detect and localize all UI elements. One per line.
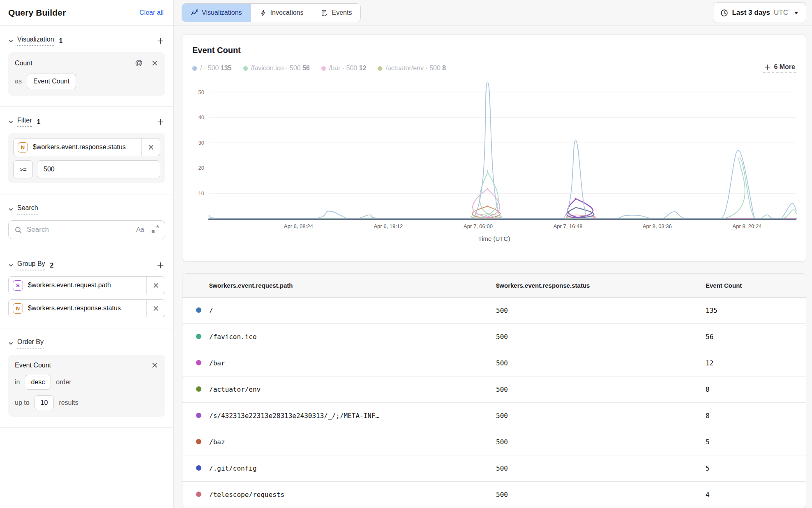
series-dot — [196, 386, 201, 392]
legend-dot — [192, 66, 197, 71]
series-dot — [196, 334, 201, 339]
filter-field-name: $workers.event.response.status — [33, 143, 141, 151]
y-tick-label: 20 — [198, 165, 204, 171]
sidebar-header: Query Builder Clear all — [0, 0, 174, 25]
chevron-down-icon[interactable] — [8, 38, 14, 44]
chevron-down-icon[interactable] — [8, 119, 14, 125]
order-by-section: Order By Event Count in desc order up to… — [0, 328, 173, 428]
chevron-down-icon[interactable] — [8, 207, 14, 212]
filter-section-label[interactable]: Filter — [17, 117, 32, 127]
chart-legend: / · 500 135/favicon.ico · 500 56/bar · 5… — [192, 63, 796, 73]
chevron-down-icon[interactable] — [8, 341, 14, 346]
legend-more-button[interactable]: 6 More — [763, 63, 796, 73]
remove-group-by-button[interactable] — [147, 277, 165, 294]
visualization-section-label[interactable]: Visualization — [17, 36, 54, 46]
group-by-count: 2 — [50, 262, 54, 269]
view-tabs: VisualizationsInvocationsEvents — [182, 3, 361, 22]
count-cell: 56 — [706, 333, 806, 341]
filter-value-input[interactable]: 500 — [37, 160, 160, 178]
path-cell: /favicon.ico — [209, 333, 496, 341]
status-cell: 500 — [496, 333, 706, 341]
group-by-section: Group By 2 S$workers.event.request.pathN… — [0, 250, 173, 328]
series-dot — [196, 360, 201, 365]
remove-visualization-button[interactable] — [151, 59, 159, 67]
search-input[interactable]: Search Aa * — [8, 220, 165, 239]
order-by-card: Event Count in desc order up to 10 resul… — [8, 355, 165, 417]
series-dot-cell — [196, 465, 209, 472]
series-dot — [196, 492, 201, 497]
search-section-label[interactable]: Search — [17, 204, 38, 215]
tab-label: Visualizations — [202, 9, 242, 16]
add-filter-button[interactable] — [156, 117, 165, 127]
add-visualization-button[interactable] — [156, 36, 165, 46]
chart-title: Event Count — [192, 46, 796, 55]
time-range-button[interactable]: Last 3 days UTC — [713, 2, 806, 23]
close-icon — [153, 282, 159, 289]
chevron-down-icon[interactable] — [8, 263, 14, 268]
path-cell: /telescope/requests — [209, 491, 496, 499]
x-tick-label: Apr 6, 08:24 — [284, 223, 313, 229]
legend-label: /bar · 500 12 — [329, 65, 367, 72]
count-cell: 8 — [706, 386, 806, 393]
search-section: Search Search Aa * — [0, 194, 173, 250]
series-dot-cell — [196, 360, 209, 367]
column-header: $workers.event.request.path — [209, 282, 496, 289]
as-label: as — [15, 78, 22, 85]
series-dot-cell — [196, 412, 209, 420]
clear-all-button[interactable]: Clear all — [139, 9, 164, 16]
series-dot-cell — [196, 491, 209, 499]
top-bar: Query Builder Clear all VisualizationsIn… — [0, 0, 812, 26]
series-dot-cell — [196, 333, 209, 341]
path-cell: / — [209, 307, 496, 314]
at-sign-icon[interactable]: @ — [135, 59, 143, 67]
visualization-alias-input[interactable]: Event Count — [27, 74, 76, 89]
table-body: /500135/favicon.ico50056/bar50012/actuat… — [182, 298, 806, 508]
group-by-field[interactable]: S$workers.event.request.path — [8, 276, 165, 294]
series-dot — [196, 465, 201, 471]
regex-toggle[interactable]: * — [151, 226, 159, 234]
remove-order-by-button[interactable] — [151, 361, 159, 369]
table-header-row: $workers.event.request.path$workers.even… — [182, 274, 806, 298]
filter-field[interactable]: N $workers.event.response.status — [13, 138, 160, 156]
series-line — [209, 206, 796, 219]
status-cell: 500 — [496, 359, 706, 367]
group-by-section-label[interactable]: Group By — [17, 260, 45, 270]
path-cell: /s/432313e22313e28313e2430313/_/;/META-I… — [209, 412, 496, 420]
chart-card: Event Count / · 500 135/favicon.ico · 50… — [182, 35, 806, 262]
y-tick-label: 40 — [198, 114, 204, 120]
visualization-function: Count — [15, 60, 135, 67]
table-row: /favicon.ico50056 — [182, 324, 806, 350]
filter-operator-select[interactable]: >= — [13, 160, 33, 178]
tab-events[interactable]: Events — [312, 4, 360, 22]
legend-more-label: 6 More — [774, 63, 795, 71]
order-by-section-label[interactable]: Order By — [17, 338, 44, 349]
group-by-field[interactable]: N$workers.event.response.status — [8, 299, 165, 317]
remove-filter-button[interactable] — [142, 139, 160, 156]
table-row: /bar50012 — [182, 350, 806, 376]
status-cell: 500 — [496, 464, 706, 472]
legend-dot — [378, 66, 382, 71]
count-cell: 4 — [706, 491, 806, 499]
main-content: Event Count / · 500 135/favicon.ico · 50… — [174, 26, 812, 508]
series-line — [209, 207, 796, 219]
tab-visualizations[interactable]: Visualizations — [182, 4, 251, 22]
status-cell: 500 — [496, 412, 706, 420]
series-line — [209, 188, 796, 219]
legend-count: 56 — [302, 65, 310, 72]
tab-invocations[interactable]: Invocations — [251, 4, 313, 22]
x-tick-label: Apr 7, 06:00 — [464, 223, 493, 229]
add-group-by-button[interactable] — [156, 261, 165, 270]
time-range-label: Last 3 days — [732, 9, 770, 17]
x-tick-label: Apr 8, 20:24 — [733, 223, 762, 229]
search-icon — [14, 226, 22, 234]
remove-group-by-button[interactable] — [147, 300, 165, 317]
match-case-toggle[interactable]: Aa — [136, 226, 144, 233]
result-limit-input[interactable]: 10 — [35, 395, 54, 410]
count-cell: 12 — [706, 359, 806, 367]
order-direction-select[interactable]: desc — [25, 375, 51, 390]
count-cell: 5 — [706, 438, 806, 446]
number-type-badge: N — [18, 142, 28, 152]
plus-icon — [764, 64, 771, 71]
results-label: results — [59, 399, 78, 406]
series-dot-cell — [196, 439, 209, 446]
